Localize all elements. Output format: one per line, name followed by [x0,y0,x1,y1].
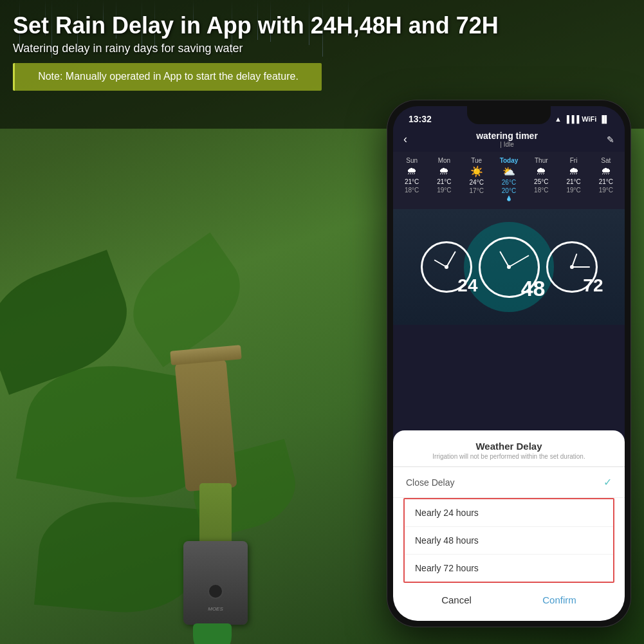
modal-actions: Cancel Confirm [393,583,625,621]
phone-container: 13:32 ▲ ▐▐▐ WiFi ▐▌ ‹ watering timer | I… [387,100,631,627]
day-today: Today [500,157,519,164]
signal-icon: ▐▐▐ [564,115,579,123]
clock-center-24 [445,265,448,269]
header-section: Set Rain Delay in App with 24H,48H and 7… [0,0,644,91]
option-24hours[interactable]: Nearly 24 hours [405,499,613,527]
subtitle: Watering delay in rainy days for saving … [13,42,631,55]
main-title: Set Rain Delay in App with 24H,48H and 7… [13,12,631,39]
day-tue: Tue [471,157,482,164]
day-mon: Mon [438,157,450,164]
content-layer: Set Rain Delay in App with 24H,48H and 7… [0,0,644,644]
phone-outer: 13:32 ▲ ▐▐▐ WiFi ▐▌ ‹ watering timer | I… [387,100,631,627]
temp-low-today: 20°C [502,187,516,194]
day-col-today: Today ⛅ 26°C 20°C 💧 [495,157,522,201]
clock-circle-48: 48 [479,237,540,298]
temp-high-tue: 24°C [470,179,484,186]
clock-minute-hand-48 [509,255,529,268]
clock-circle-72: 72 [546,241,598,293]
phone-notch [467,106,551,124]
option-close-delay[interactable]: Close Delay ✓ [393,467,625,498]
day-col-thu: Thur 🌧 25°C 18°C [528,157,555,201]
clock-24[interactable]: 24 [421,241,472,293]
temp-low-thu: 18°C [534,187,548,194]
check-icon: ✓ [603,476,612,488]
day-col-tue: Tue ☀️ 24°C 17°C [463,157,490,201]
day-sun: Sun [406,157,418,164]
edit-button[interactable]: ✎ [607,134,614,145]
status-time: 13:32 [409,114,432,124]
weather-strip: Sun 🌧 21°C 18°C Mon 🌧 21°C 19°C Tu [393,152,625,209]
temp-low-sun: 18°C [405,187,419,194]
clocks-area: 24 48 [393,209,625,325]
clock-circle-24: 24 [421,241,472,293]
day-col-fri: Fri 🌧 21°C 19°C [560,157,587,201]
status-icons: ▲ ▐▐▐ WiFi ▐▌ [555,115,609,123]
temp-high-sun: 21°C [405,178,419,185]
weather-fri: 🌧 [569,165,579,177]
wifi-icon: WiFi [582,115,596,123]
option-48-label: Nearly 48 hours [415,535,479,546]
weather-sat: 🌧 [601,165,611,177]
temp-high-fri: 21°C [566,178,580,185]
note-text: Note: Manually operated in App to start … [25,69,311,84]
phone-screen: 13:32 ▲ ▐▐▐ WiFi ▐▌ ‹ watering timer | I… [393,106,625,621]
note-box: Note: Manually operated in App to start … [13,63,322,90]
app-title: watering timer [407,131,607,141]
temp-high-thu: 25°C [534,178,548,185]
days-row: Sun 🌧 21°C 18°C Mon 🌧 21°C 19°C Tu [396,157,622,201]
day-col-sun: Sun 🌧 21°C 18°C [398,157,425,201]
day-fri: Fri [570,157,578,164]
weather-thu: 🌧 [536,165,546,177]
weather-tue: ☀️ [470,165,483,178]
app-status: | Idle [407,141,607,148]
weather-mon: 🌧 [439,165,449,177]
temp-low-fri: 19°C [566,187,580,194]
confirm-button[interactable]: Confirm [523,592,596,608]
temp-low-mon: 19°C [437,187,451,194]
clock-72[interactable]: 72 [546,241,598,293]
clock-center-72 [570,265,574,269]
cancel-button[interactable]: Cancel [422,592,491,608]
modal-subtitle: Irrigation will not be performed within … [393,453,625,460]
modal-title: Weather Delay [393,441,625,452]
clock-number-72: 72 [583,275,603,296]
app-header: ‹ watering timer | Idle ✎ [393,127,625,152]
battery-icon: ▐▌ [599,115,609,123]
option-48hours[interactable]: Nearly 48 hours [405,527,613,555]
temp-high-mon: 21°C [437,178,451,185]
temp-low-tue: 17°C [470,187,484,194]
option-72-label: Nearly 72 hours [415,563,479,573]
temp-high-sat: 21°C [599,178,613,185]
day-sat: Sat [601,157,611,164]
rain-indicator: 💧 [506,196,512,201]
clock-center-48 [507,265,511,269]
clock-48[interactable]: 48 [479,237,540,298]
clock-minute-hand-72 [572,266,590,268]
option-72hours[interactable]: Nearly 72 hours [405,555,613,582]
weather-today: ⛅ [502,165,515,178]
option-24-label: Nearly 24 hours [415,508,479,518]
day-col-sat: Sat 🌧 21°C 19°C [593,157,620,201]
clock-number-48: 48 [521,276,546,301]
location-icon: ▲ [555,115,562,123]
app-title-section: watering timer | Idle [407,131,607,148]
options-box: Nearly 24 hours Nearly 48 hours Nearly 7… [403,498,614,583]
temp-low-sat: 19°C [599,187,613,194]
day-thu: Thur [535,157,548,164]
clock-number-24: 24 [457,275,477,296]
close-delay-label: Close Delay [406,477,454,488]
temp-high-today: 26°C [502,179,516,186]
modal-panel: Weather Delay Irrigation will not be per… [393,430,625,621]
weather-sun: 🌧 [407,165,417,177]
day-col-mon: Mon 🌧 21°C 19°C [430,157,457,201]
